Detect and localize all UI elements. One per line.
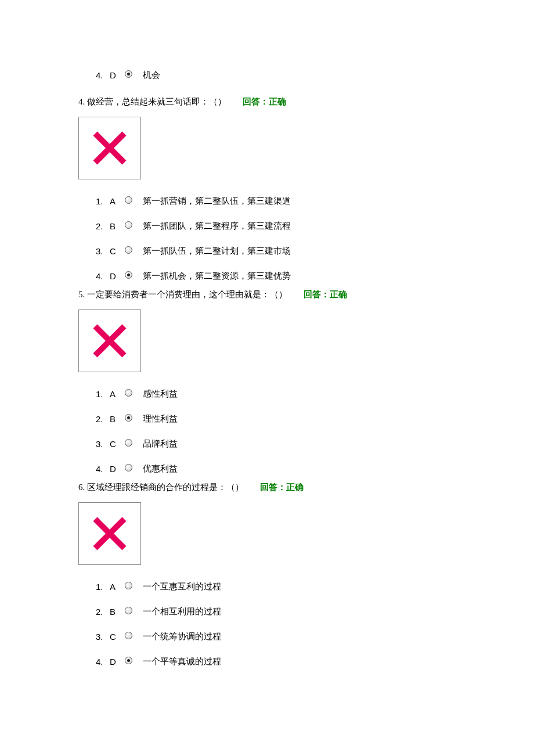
option-letter: A xyxy=(110,389,125,399)
feedback-label: 回答：正确 xyxy=(304,290,347,299)
question-6-line: 6. 区域经理跟经销商的合作的过程是：（） 回答：正确 xyxy=(78,480,456,494)
option-text: 第一抓团队，第二整程序，第三建流程 xyxy=(143,221,291,232)
option-row: 3. C 第一抓队伍，第二整计划，第三建市场 xyxy=(96,246,456,257)
image-placeholder xyxy=(78,502,141,565)
option-letter: B xyxy=(110,221,125,231)
radio-icon[interactable] xyxy=(125,246,132,254)
option-row: 4. D 优惠利益 xyxy=(96,463,456,474)
option-row: 3. C 品牌利益 xyxy=(96,438,456,449)
option-text: 一个平等真诚的过程 xyxy=(143,656,221,667)
option-number: 2. xyxy=(96,221,110,231)
option-letter: C xyxy=(110,632,125,642)
question-5-line: 5. 一定要给消费者一个消费理由，这个理由就是：（） 回答：正确 xyxy=(78,287,456,301)
cross-icon xyxy=(89,513,130,554)
cross-icon xyxy=(89,128,130,168)
option-text: 一个相互利用的过程 xyxy=(143,606,221,617)
option-text: 第一抓营销，第二整队伍，第三建渠道 xyxy=(143,196,291,207)
question-number: 6. xyxy=(78,483,85,492)
question-text: 区域经理跟经销商的合作的过程是：（） xyxy=(87,483,244,492)
feedback-label: 回答：正确 xyxy=(243,97,286,106)
option-text: 第一抓队伍，第二整计划，第三建市场 xyxy=(143,246,291,257)
option-row: 3. C 一个统筹协调的过程 xyxy=(96,631,456,642)
option-letter: A xyxy=(110,582,125,592)
option-text: 第一抓机会，第二整资源，第三建优势 xyxy=(143,271,291,282)
option-number: 1. xyxy=(96,582,110,592)
option-text: 优惠利益 xyxy=(143,463,178,474)
image-placeholder xyxy=(78,309,141,372)
image-placeholder xyxy=(78,117,141,179)
option-number: 1. xyxy=(96,389,110,399)
option-row: 4. D 机会 xyxy=(96,70,456,81)
option-row: 4. D 第一抓机会，第二整资源，第三建优势 xyxy=(96,271,456,282)
option-text: 品牌利益 xyxy=(143,438,178,449)
option-number: 3. xyxy=(96,246,110,256)
radio-icon[interactable] xyxy=(125,196,132,204)
option-row: 1. A 一个互惠互利的过程 xyxy=(96,581,456,592)
option-letter: D xyxy=(110,70,125,80)
option-text: 感性利益 xyxy=(143,388,178,399)
cross-icon xyxy=(89,321,130,361)
option-text: 一个互惠互利的过程 xyxy=(143,581,221,592)
radio-icon[interactable] xyxy=(125,389,132,397)
radio-icon[interactable] xyxy=(125,632,132,639)
option-letter: D xyxy=(110,271,125,281)
option-row: 1. A 感性利益 xyxy=(96,388,456,399)
question-number: 4. xyxy=(78,97,85,106)
option-number: 1. xyxy=(96,196,110,206)
radio-selected-icon[interactable] xyxy=(125,414,132,422)
option-row: 2. B 一个相互利用的过程 xyxy=(96,606,456,617)
option-letter: D xyxy=(110,657,125,667)
page: 4. D 机会 4. 做经营，总结起来就三句话即：（） 回答：正确 1. A 第… xyxy=(0,0,534,733)
option-text: 理性利益 xyxy=(143,413,178,424)
question-text: 一定要给消费者一个消费理由，这个理由就是：（） xyxy=(87,290,287,299)
option-number: 4. xyxy=(96,271,110,281)
option-row: 1. A 第一抓营销，第二整队伍，第三建渠道 xyxy=(96,196,456,207)
option-letter: B xyxy=(110,607,125,617)
option-row: 2. B 第一抓团队，第二整程序，第三建流程 xyxy=(96,221,456,232)
radio-selected-icon[interactable] xyxy=(125,657,132,664)
feedback-label: 回答：正确 xyxy=(260,483,304,492)
option-text: 机会 xyxy=(143,70,160,81)
option-number: 3. xyxy=(96,439,110,449)
radio-icon[interactable] xyxy=(125,439,132,447)
option-letter: B xyxy=(110,414,125,424)
radio-icon[interactable] xyxy=(125,582,132,589)
option-letter: D xyxy=(110,464,125,474)
option-number: 4. xyxy=(96,464,110,474)
option-row: 4. D 一个平等真诚的过程 xyxy=(96,656,456,667)
question-number: 5. xyxy=(78,290,85,299)
option-text: 一个统筹协调的过程 xyxy=(143,631,221,642)
radio-icon[interactable] xyxy=(125,221,132,229)
option-row: 2. B 理性利益 xyxy=(96,413,456,424)
option-number: 3. xyxy=(96,632,110,642)
radio-icon[interactable] xyxy=(125,464,132,471)
option-letter: C xyxy=(110,439,125,449)
radio-selected-icon[interactable] xyxy=(125,271,132,279)
option-letter: A xyxy=(110,196,125,206)
radio-icon[interactable] xyxy=(125,607,132,614)
option-letter: C xyxy=(110,246,125,256)
option-number: 4. xyxy=(96,657,110,667)
option-number: 2. xyxy=(96,414,110,424)
option-number: 2. xyxy=(96,607,110,617)
option-number: 4. xyxy=(96,70,110,80)
question-text: 做经营，总结起来就三句话即：（） xyxy=(87,97,226,106)
question-4-line: 4. 做经营，总结起来就三句话即：（） 回答：正确 xyxy=(78,95,456,109)
radio-selected-icon[interactable] xyxy=(125,70,132,78)
